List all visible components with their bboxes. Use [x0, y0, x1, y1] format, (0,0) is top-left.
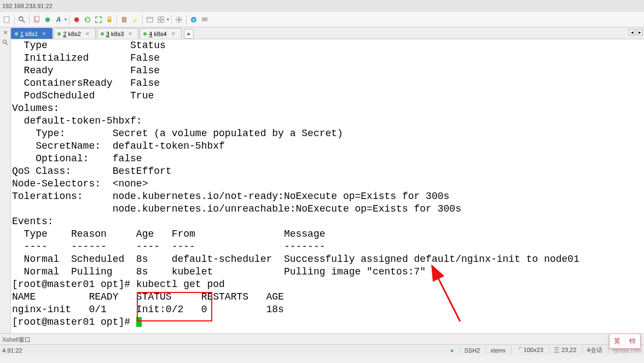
- gear-icon[interactable]: [174, 15, 184, 25]
- tab-label: 2 k8s2: [63, 31, 80, 37]
- ime-lang-a: 英: [610, 334, 625, 348]
- lock-icon[interactable]: [105, 15, 114, 25]
- status-term: xterm: [485, 347, 506, 354]
- svg-rect-12: [161, 16, 164, 19]
- svg-rect-0: [4, 16, 9, 22]
- svg-line-20: [5, 43, 8, 45]
- script-icon[interactable]: [145, 15, 155, 25]
- chat-icon[interactable]: [200, 15, 210, 25]
- annotation-arrow: [11, 39, 644, 333]
- status-bar: 4.91:22 ● SSH2 xterm 「 100x23 三 23,22 4会…: [0, 344, 644, 355]
- svg-rect-8: [123, 17, 126, 22]
- reconnect-icon[interactable]: [83, 15, 92, 25]
- tab-k8s1[interactable]: 1 k8s1✕: [11, 28, 53, 39]
- tab-k8s4[interactable]: 4 k8s4✕: [140, 28, 181, 39]
- svg-point-15: [178, 18, 180, 20]
- new-icon[interactable]: [2, 15, 12, 25]
- status-ssh: SSH2: [460, 347, 480, 354]
- svg-line-2: [23, 20, 25, 22]
- copy-icon[interactable]: [32, 15, 42, 25]
- properties-icon[interactable]: [43, 15, 53, 25]
- tab-label: 3 k8s3: [106, 31, 124, 37]
- svg-point-5: [45, 17, 50, 22]
- ime-popup[interactable]: 英 特: [609, 333, 641, 349]
- svg-rect-7: [108, 19, 112, 22]
- terminal-output[interactable]: Type Status Initialized False Ready Fals…: [11, 39, 644, 333]
- tab-k8s3[interactable]: 3 k8s3✕: [97, 28, 138, 39]
- status-dot-icon: [143, 32, 147, 36]
- svg-rect-4: [35, 16, 39, 21]
- panel-title: Xshell窗口: [0, 333, 644, 344]
- svg-text:?: ?: [193, 17, 195, 22]
- disconnect-icon[interactable]: [72, 15, 82, 25]
- tab-scroll-left-icon[interactable]: ◂: [629, 29, 635, 36]
- highlight-icon[interactable]: [130, 15, 140, 25]
- status-led: ●: [446, 347, 454, 354]
- highlight-box: [137, 292, 212, 321]
- status-dot-icon: [101, 32, 104, 36]
- help-icon[interactable]: ?: [189, 15, 199, 25]
- tab-close-icon[interactable]: ✕: [171, 31, 176, 37]
- status-sessions: 4会话: [582, 346, 602, 354]
- svg-rect-13: [158, 20, 160, 22]
- title-bar: 192.168.233.91:22: [0, 0, 644, 12]
- search-icon[interactable]: [17, 15, 27, 25]
- left-gutter: ✕: [0, 27, 11, 333]
- font-icon[interactable]: A: [54, 15, 63, 25]
- svg-point-6: [74, 17, 79, 22]
- svg-line-21: [437, 276, 460, 321]
- add-tab-button[interactable]: +: [184, 29, 194, 39]
- tab-close-icon[interactable]: ✕: [85, 31, 90, 37]
- status-dot-icon: [15, 32, 18, 36]
- svg-rect-11: [158, 16, 160, 19]
- tab-bar: 1 k8s1✕2 k8s2✕3 k8s3✕4 k8s4✕ + ◂ ▸: [11, 27, 644, 39]
- tab-scroll-right-icon[interactable]: ▸: [636, 29, 643, 36]
- svg-rect-18: [202, 17, 208, 21]
- layout-icon[interactable]: [156, 15, 166, 25]
- svg-rect-9: [147, 17, 153, 22]
- terminal-cursor: [136, 317, 142, 327]
- tab-k8s2[interactable]: 2 k8s2✕: [54, 28, 95, 39]
- tab-scroll-nav: ◂ ▸: [629, 29, 643, 36]
- close-panel-icon[interactable]: ✕: [3, 30, 8, 36]
- status-size: 「 100x23: [511, 346, 543, 354]
- toolbar: A ▾ ▾ ?: [0, 12, 644, 27]
- tab-label: 4 k8s4: [149, 31, 166, 37]
- fullscreen-icon[interactable]: [94, 15, 103, 25]
- status-pos: 三 23,22: [549, 346, 577, 354]
- tab-close-icon[interactable]: ✕: [128, 31, 132, 37]
- tab-close-icon[interactable]: ✕: [42, 31, 47, 37]
- status-host: 4.91:22: [2, 347, 22, 354]
- svg-rect-14: [161, 20, 164, 22]
- tab-label: 1 k8s1: [20, 31, 38, 37]
- svg-point-1: [19, 16, 23, 20]
- svg-point-19: [3, 40, 6, 43]
- paste-icon[interactable]: [119, 15, 129, 25]
- sessions-icon[interactable]: [2, 39, 9, 48]
- ime-lang-b: 特: [625, 334, 641, 348]
- status-dot-icon: [57, 32, 61, 36]
